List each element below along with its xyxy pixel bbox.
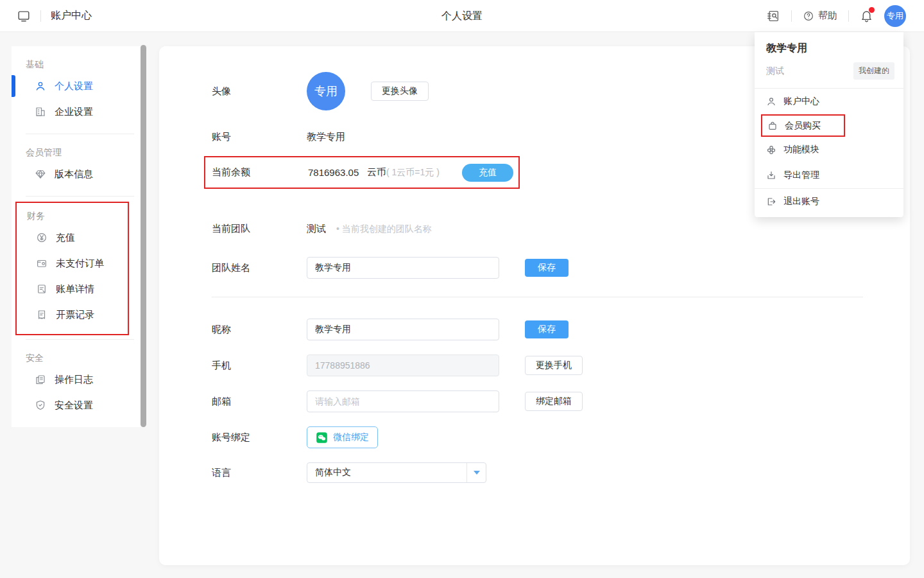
bind-email-button[interactable]: 绑定邮箱 bbox=[525, 392, 583, 411]
sidebar-divider bbox=[26, 196, 134, 197]
annotation-red-box-balance: 当前余额 7816963.05 云币 ( 1云币=1元 ) 充值 bbox=[204, 156, 520, 189]
sidebar-item-operation-log[interactable]: 操作日志 bbox=[12, 367, 141, 392]
current-team-row: 当前团队 测试 • 当前我创建的团队名称 bbox=[212, 223, 910, 235]
wechat-bind-button[interactable]: 微信绑定 bbox=[307, 426, 378, 448]
topbar-right: 帮助 专用 bbox=[766, 5, 924, 27]
shield-icon bbox=[35, 399, 46, 411]
balance-value: 7816963.05 bbox=[308, 167, 367, 178]
select-caret-box[interactable] bbox=[466, 463, 486, 482]
nickname-input[interactable] bbox=[307, 319, 499, 340]
notification-dot bbox=[869, 7, 875, 13]
wechat-bind-label: 微信绑定 bbox=[333, 432, 369, 443]
modules-icon bbox=[766, 144, 776, 155]
menu-item-logout[interactable]: 退出账号 bbox=[755, 189, 903, 215]
topbar-left: 账户中心 bbox=[0, 9, 92, 23]
building-icon bbox=[35, 106, 46, 118]
sidebar-item-label: 账单详情 bbox=[56, 283, 94, 295]
user-dropdown-menu: 教学专用 测试 我创建的 账户中心 会员购买 功能模块 bbox=[755, 32, 903, 217]
sidebar-item-label: 个人设置 bbox=[55, 80, 93, 92]
menu-item-label: 退出账号 bbox=[783, 196, 819, 207]
language-value: 简体中文 bbox=[307, 467, 466, 478]
account-label: 账号 bbox=[212, 131, 307, 143]
nickname-label: 昵称 bbox=[212, 324, 307, 336]
sidebar-item-personal-settings[interactable]: 个人设置 bbox=[12, 73, 141, 99]
sidebar-item-label: 安全设置 bbox=[55, 399, 93, 412]
save-nickname-button[interactable]: 保存 bbox=[525, 320, 569, 338]
account-value: 教学专用 bbox=[307, 131, 345, 143]
menu-team-row: 测试 我创建的 bbox=[755, 55, 903, 88]
gem-icon bbox=[35, 168, 46, 180]
menu-item-membership-purchase[interactable]: 会员购买 bbox=[762, 116, 844, 136]
menu-item-label: 会员购买 bbox=[785, 120, 821, 132]
menu-item-function-modules[interactable]: 功能模块 bbox=[755, 137, 903, 162]
recharge-button[interactable]: 充值 bbox=[462, 164, 513, 182]
topbar-divider bbox=[848, 10, 849, 22]
user-icon bbox=[766, 96, 776, 107]
yen-circle-icon bbox=[36, 232, 47, 243]
account-binding-row: 账号绑定 微信绑定 bbox=[212, 426, 910, 448]
sidebar-item-label: 版本信息 bbox=[55, 168, 93, 180]
sidebar-item-invoice-records[interactable]: 开票记录 bbox=[17, 302, 128, 328]
help-button[interactable]: 帮助 bbox=[803, 10, 837, 22]
change-phone-button[interactable]: 更换手机 bbox=[525, 356, 583, 375]
sidebar-section-finance: 财务 bbox=[17, 211, 128, 222]
team-value: 测试 bbox=[307, 223, 326, 235]
sidebar-item-label: 充值 bbox=[56, 232, 75, 244]
binding-label: 账号绑定 bbox=[212, 432, 307, 444]
topbar: 账户中心 个人设置 帮助 bbox=[0, 0, 924, 32]
balance-label: 当前余额 bbox=[212, 166, 308, 179]
sidebar: 基础 个人设置 企业设置 会员管理 版本信息 财务 bbox=[12, 46, 141, 427]
sidebar-section-basic: 基础 bbox=[12, 59, 141, 71]
sidebar-item-label: 企业设置 bbox=[55, 106, 93, 118]
save-team-name-button[interactable]: 保存 bbox=[525, 259, 569, 277]
team-name-label: 团队姓名 bbox=[212, 262, 307, 274]
sidebar-item-version-info[interactable]: 版本信息 bbox=[12, 161, 141, 187]
invoice-icon bbox=[36, 309, 47, 320]
topbar-divider bbox=[791, 10, 792, 22]
email-input[interactable] bbox=[307, 390, 499, 412]
menu-item-label: 功能模块 bbox=[783, 144, 819, 155]
menu-account-name: 教学专用 bbox=[755, 32, 903, 55]
sidebar-item-unpaid-orders[interactable]: 未支付订单 bbox=[17, 250, 128, 276]
sidebar-section-membership: 会员管理 bbox=[12, 147, 141, 159]
team-name-input[interactable] bbox=[307, 257, 499, 279]
export-icon bbox=[766, 170, 776, 180]
change-avatar-button[interactable]: 更换头像 bbox=[371, 82, 429, 101]
balance-currency: 云币 bbox=[367, 166, 386, 179]
notification-button[interactable] bbox=[860, 9, 873, 22]
monitor-icon[interactable] bbox=[17, 9, 31, 23]
team-name-row: 团队姓名 保存 bbox=[212, 257, 910, 279]
phone-row: 手机 更换手机 bbox=[212, 355, 910, 376]
help-label: 帮助 bbox=[818, 10, 837, 22]
bill-icon bbox=[36, 283, 47, 295]
sidebar-scrollbar[interactable] bbox=[141, 45, 146, 427]
language-row: 语言 简体中文 bbox=[212, 462, 910, 483]
sidebar-item-bill-details[interactable]: 账单详情 bbox=[17, 276, 128, 302]
sidebar-item-label: 未支付订单 bbox=[56, 258, 104, 270]
sidebar-item-label: 操作日志 bbox=[55, 374, 93, 386]
menu-item-account-center[interactable]: 账户中心 bbox=[755, 89, 903, 114]
balance-note: ( 1云币=1元 ) bbox=[386, 167, 440, 179]
menu-item-label: 账户中心 bbox=[783, 96, 819, 107]
doc-search-icon[interactable] bbox=[766, 9, 780, 23]
menu-item-export-management[interactable]: 导出管理 bbox=[755, 162, 903, 188]
email-label: 邮箱 bbox=[212, 396, 307, 408]
team-label: 当前团队 bbox=[212, 223, 307, 235]
sidebar-section-security: 安全 bbox=[12, 353, 141, 364]
question-icon bbox=[803, 10, 814, 22]
language-label: 语言 bbox=[212, 467, 307, 479]
avatar-label: 头像 bbox=[212, 85, 307, 98]
sidebar-item-security-settings[interactable]: 安全设置 bbox=[12, 392, 141, 418]
sidebar-item-enterprise-settings[interactable]: 企业设置 bbox=[12, 99, 141, 125]
user-avatar[interactable]: 专用 bbox=[884, 5, 906, 27]
sidebar-divider bbox=[26, 339, 134, 340]
topbar-divider bbox=[40, 10, 41, 22]
content-divider bbox=[212, 297, 863, 297]
sidebar-item-recharge[interactable]: 充值 bbox=[17, 225, 128, 250]
language-select[interactable]: 简体中文 bbox=[307, 462, 486, 483]
active-indicator bbox=[12, 75, 15, 97]
nickname-row: 昵称 保存 bbox=[212, 319, 910, 340]
profile-avatar[interactable]: 专用 bbox=[307, 72, 345, 110]
sidebar-item-label: 开票记录 bbox=[56, 309, 94, 321]
email-row: 邮箱 绑定邮箱 bbox=[212, 390, 910, 412]
